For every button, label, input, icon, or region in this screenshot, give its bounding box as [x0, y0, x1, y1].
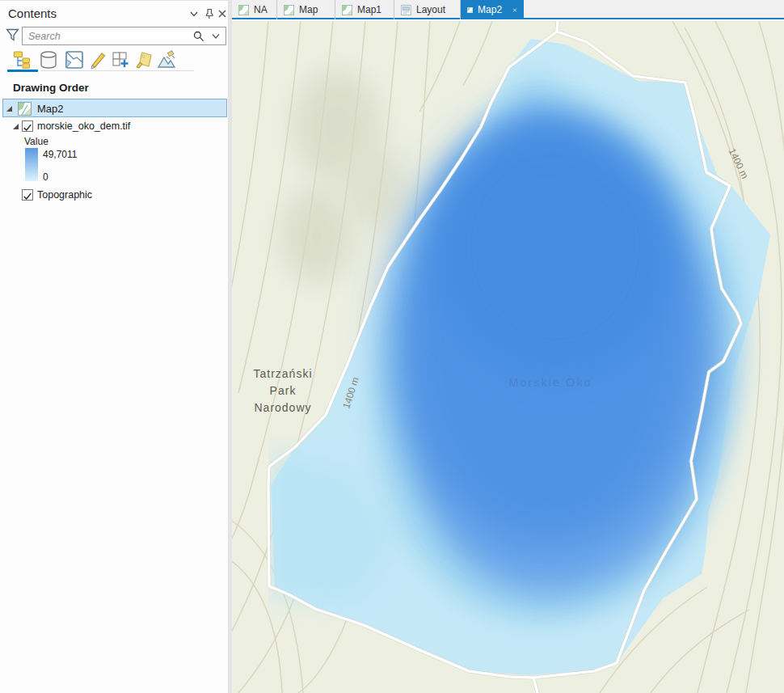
- map-icon: [18, 102, 32, 116]
- basemap-visibility-checkbox[interactable]: [22, 189, 33, 201]
- expand-arrow-icon[interactable]: [13, 124, 19, 129]
- legend-max-value: 49,7011: [43, 149, 78, 160]
- pane-title: Contents: [8, 6, 57, 20]
- map-icon: [467, 5, 473, 15]
- arcgis-pro-window: Contents: [0, 0, 784, 693]
- pane-menu-chevron-icon[interactable]: [188, 8, 200, 19]
- basemap-layer-label: Topographic: [37, 189, 92, 201]
- search-options-chevron-icon[interactable]: [211, 33, 221, 40]
- tab-na[interactable]: NA: [232, 0, 277, 19]
- park-label-line2: Park: [270, 384, 297, 397]
- tab-label: Map1: [357, 4, 381, 15]
- search-box: [22, 27, 226, 45]
- legend-gradient-swatch: [25, 148, 38, 181]
- drawing-order-heading: Drawing Order: [13, 82, 89, 94]
- toolbar-separator: [40, 70, 194, 71]
- close-pane-icon[interactable]: [217, 8, 228, 19]
- map-icon: [342, 5, 352, 15]
- contents-toolbar: [0, 49, 228, 72]
- map-icon: [284, 5, 294, 15]
- expand-arrow-icon[interactable]: [6, 106, 12, 112]
- park-label-line3: Narodowy: [254, 401, 311, 414]
- tab-label: NA: [254, 4, 268, 15]
- search-icon[interactable]: [193, 31, 204, 42]
- check-icon: [23, 123, 32, 133]
- legend-title: Value: [24, 136, 48, 147]
- list-by-perspective-icon[interactable]: [156, 49, 177, 70]
- tab-map1[interactable]: Map1: [335, 0, 394, 19]
- layer-item-raster[interactable]: morskie_oko_dem.tif: [0, 120, 228, 134]
- map-item-label: Map2: [37, 103, 64, 115]
- map-viewport[interactable]: Tatrzański Park Narodowy Morskie Oko 140…: [232, 21, 784, 693]
- tab-label: Map: [299, 4, 318, 15]
- layer-item-topographic[interactable]: Topographic: [0, 188, 228, 203]
- map-svg: Tatrzański Park Narodowy Morskie Oko 140…: [232, 21, 784, 693]
- tab-map[interactable]: Map: [277, 0, 335, 19]
- list-by-visibility-icon[interactable]: [64, 49, 85, 70]
- view-tab-strip: NA Map Map1: [232, 0, 784, 19]
- list-by-labeling-icon[interactable]: [133, 49, 154, 70]
- list-by-drawing-order-icon[interactable]: [12, 49, 33, 70]
- raster-visibility-checkbox[interactable]: [22, 120, 33, 132]
- park-label-line1: Tatrzański: [253, 367, 312, 380]
- lake-label: Morskie Oko: [508, 376, 592, 389]
- tab-layout[interactable]: Layout: [394, 0, 461, 19]
- list-by-snapping-icon[interactable]: [110, 49, 131, 70]
- map-view-area: NA Map Map1: [232, 0, 784, 693]
- pin-icon[interactable]: [204, 8, 215, 19]
- tab-label: Map2: [478, 4, 502, 15]
- legend-min-value: 0: [43, 171, 48, 183]
- filter-icon[interactable]: [6, 28, 19, 42]
- close-tab-icon[interactable]: [512, 6, 517, 15]
- tab-map2[interactable]: Map2: [461, 0, 524, 19]
- layout-icon: [401, 5, 411, 15]
- raster-layer-label: morskie_oko_dem.tif: [37, 120, 130, 132]
- check-icon: [23, 192, 32, 201]
- search-input[interactable]: [28, 28, 190, 44]
- map-icon: [238, 5, 249, 15]
- tab-label: Layout: [416, 4, 445, 15]
- list-by-data-source-icon[interactable]: [38, 49, 59, 70]
- contents-pane-header: Contents: [0, 1, 228, 25]
- contents-pane: Contents: [0, 0, 228, 693]
- list-by-editing-icon[interactable]: [87, 49, 108, 70]
- layer-item-map2[interactable]: Map2: [2, 99, 227, 117]
- search-row: [0, 27, 228, 46]
